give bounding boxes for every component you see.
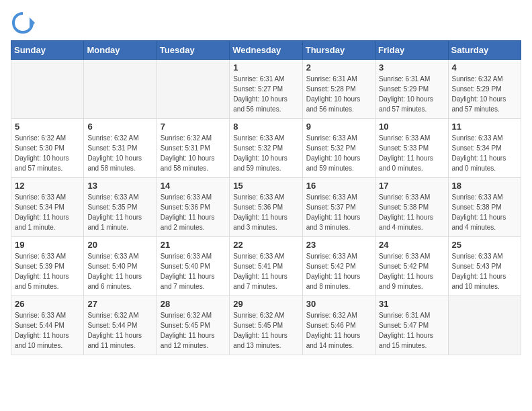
calendar-cell: 18Sunrise: 6:33 AM Sunset: 5:38 PM Dayli…	[448, 178, 521, 237]
day-info: Sunrise: 6:31 AM Sunset: 5:47 PM Dayligh…	[379, 310, 444, 351]
calendar-cell: 2Sunrise: 6:31 AM Sunset: 5:28 PM Daylig…	[302, 60, 375, 119]
calendar-cell: 19Sunrise: 6:33 AM Sunset: 5:39 PM Dayli…	[11, 237, 84, 296]
calendar-cell: 6Sunrise: 6:32 AM Sunset: 5:31 PM Daylig…	[84, 119, 157, 178]
day-number: 25	[452, 240, 517, 250]
day-info: Sunrise: 6:33 AM Sunset: 5:43 PM Dayligh…	[452, 251, 517, 291]
day-info: Sunrise: 6:31 AM Sunset: 5:27 PM Dayligh…	[233, 74, 298, 114]
day-number: 22	[233, 240, 298, 250]
day-info: Sunrise: 6:31 AM Sunset: 5:29 PM Dayligh…	[379, 74, 444, 114]
logo	[11, 11, 38, 35]
day-info: Sunrise: 6:32 AM Sunset: 5:44 PM Dayligh…	[87, 310, 152, 351]
calendar-week-1: 1Sunrise: 6:31 AM Sunset: 5:27 PM Daylig…	[11, 60, 521, 119]
day-info: Sunrise: 6:33 AM Sunset: 5:34 PM Dayligh…	[452, 133, 517, 173]
calendar-cell: 16Sunrise: 6:33 AM Sunset: 5:37 PM Dayli…	[302, 178, 375, 237]
day-info: Sunrise: 6:33 AM Sunset: 5:44 PM Dayligh…	[15, 310, 80, 351]
calendar-cell: 23Sunrise: 6:33 AM Sunset: 5:42 PM Dayli…	[302, 237, 375, 296]
day-number: 8	[233, 122, 298, 132]
header-wednesday: Wednesday	[230, 41, 302, 60]
day-info: Sunrise: 6:32 AM Sunset: 5:30 PM Dayligh…	[15, 133, 80, 173]
day-number: 5	[15, 122, 80, 132]
day-number: 24	[379, 240, 444, 250]
calendar-cell	[157, 60, 229, 119]
header-friday: Friday	[375, 41, 448, 60]
day-number: 30	[306, 299, 371, 309]
day-info: Sunrise: 6:33 AM Sunset: 5:38 PM Dayligh…	[452, 192, 517, 232]
calendar-cell: 10Sunrise: 6:33 AM Sunset: 5:33 PM Dayli…	[375, 119, 448, 178]
calendar-cell: 15Sunrise: 6:33 AM Sunset: 5:36 PM Dayli…	[230, 178, 302, 237]
day-number: 6	[87, 122, 152, 132]
calendar-cell: 29Sunrise: 6:32 AM Sunset: 5:45 PM Dayli…	[230, 296, 302, 355]
day-info: Sunrise: 6:33 AM Sunset: 5:37 PM Dayligh…	[306, 192, 371, 232]
day-number: 11	[452, 122, 517, 132]
day-number: 29	[233, 299, 298, 309]
day-number: 28	[161, 299, 226, 309]
day-number: 18	[452, 181, 517, 191]
day-info: Sunrise: 6:33 AM Sunset: 5:36 PM Dayligh…	[233, 192, 298, 232]
header-saturday: Saturday	[448, 41, 521, 60]
logo-icon	[11, 11, 35, 35]
day-number: 26	[15, 299, 80, 309]
calendar-cell: 3Sunrise: 6:31 AM Sunset: 5:29 PM Daylig…	[375, 60, 448, 119]
day-info: Sunrise: 6:33 AM Sunset: 5:42 PM Dayligh…	[379, 251, 444, 291]
day-info: Sunrise: 6:33 AM Sunset: 5:32 PM Dayligh…	[233, 133, 298, 173]
calendar-cell: 20Sunrise: 6:33 AM Sunset: 5:40 PM Dayli…	[84, 237, 157, 296]
day-number: 17	[379, 181, 444, 191]
day-info: Sunrise: 6:33 AM Sunset: 5:40 PM Dayligh…	[161, 251, 226, 291]
day-number: 23	[306, 240, 371, 250]
day-info: Sunrise: 6:32 AM Sunset: 5:29 PM Dayligh…	[452, 74, 517, 114]
header-monday: Monday	[84, 41, 157, 60]
calendar-cell: 25Sunrise: 6:33 AM Sunset: 5:43 PM Dayli…	[448, 237, 521, 296]
calendar-cell: 24Sunrise: 6:33 AM Sunset: 5:42 PM Dayli…	[375, 237, 448, 296]
page-header	[11, 11, 521, 35]
day-number: 19	[15, 240, 80, 250]
day-number: 13	[87, 181, 152, 191]
day-number: 14	[161, 181, 226, 191]
calendar-cell: 28Sunrise: 6:32 AM Sunset: 5:45 PM Dayli…	[157, 296, 229, 355]
calendar-week-4: 19Sunrise: 6:33 AM Sunset: 5:39 PM Dayli…	[11, 237, 521, 296]
calendar-cell: 11Sunrise: 6:33 AM Sunset: 5:34 PM Dayli…	[448, 119, 521, 178]
day-info: Sunrise: 6:33 AM Sunset: 5:38 PM Dayligh…	[379, 192, 444, 232]
calendar-cell: 14Sunrise: 6:33 AM Sunset: 5:36 PM Dayli…	[157, 178, 229, 237]
calendar-cell: 17Sunrise: 6:33 AM Sunset: 5:38 PM Dayli…	[375, 178, 448, 237]
day-info: Sunrise: 6:33 AM Sunset: 5:33 PM Dayligh…	[379, 133, 444, 173]
day-number: 21	[161, 240, 226, 250]
header-thursday: Thursday	[302, 41, 375, 60]
day-info: Sunrise: 6:33 AM Sunset: 5:40 PM Dayligh…	[87, 251, 152, 291]
day-info: Sunrise: 6:32 AM Sunset: 5:31 PM Dayligh…	[87, 133, 152, 173]
calendar-cell: 31Sunrise: 6:31 AM Sunset: 5:47 PM Dayli…	[375, 296, 448, 355]
day-number: 31	[379, 299, 444, 309]
day-number: 1	[233, 62, 298, 73]
header-sunday: Sunday	[11, 41, 84, 60]
day-info: Sunrise: 6:33 AM Sunset: 5:36 PM Dayligh…	[161, 192, 226, 232]
day-info: Sunrise: 6:33 AM Sunset: 5:34 PM Dayligh…	[15, 192, 80, 232]
calendar-cell: 30Sunrise: 6:32 AM Sunset: 5:46 PM Dayli…	[302, 296, 375, 355]
calendar-cell	[84, 60, 157, 119]
day-number: 7	[161, 122, 226, 132]
calendar-header-row: SundayMondayTuesdayWednesdayThursdayFrid…	[11, 41, 521, 60]
day-number: 4	[452, 62, 517, 73]
day-info: Sunrise: 6:33 AM Sunset: 5:41 PM Dayligh…	[233, 251, 298, 291]
calendar-week-5: 26Sunrise: 6:33 AM Sunset: 5:44 PM Dayli…	[11, 296, 521, 355]
day-info: Sunrise: 6:33 AM Sunset: 5:35 PM Dayligh…	[87, 192, 152, 232]
calendar-cell: 13Sunrise: 6:33 AM Sunset: 5:35 PM Dayli…	[84, 178, 157, 237]
day-info: Sunrise: 6:33 AM Sunset: 5:42 PM Dayligh…	[306, 251, 371, 291]
day-number: 15	[233, 181, 298, 191]
day-number: 10	[379, 122, 444, 132]
calendar-cell: 22Sunrise: 6:33 AM Sunset: 5:41 PM Dayli…	[230, 237, 302, 296]
calendar-cell: 1Sunrise: 6:31 AM Sunset: 5:27 PM Daylig…	[230, 60, 302, 119]
calendar-week-2: 5Sunrise: 6:32 AM Sunset: 5:30 PM Daylig…	[11, 119, 521, 178]
calendar-table: SundayMondayTuesdayWednesdayThursdayFrid…	[11, 40, 521, 355]
calendar-cell: 12Sunrise: 6:33 AM Sunset: 5:34 PM Dayli…	[11, 178, 84, 237]
day-info: Sunrise: 6:33 AM Sunset: 5:39 PM Dayligh…	[15, 251, 80, 291]
calendar-week-3: 12Sunrise: 6:33 AM Sunset: 5:34 PM Dayli…	[11, 178, 521, 237]
calendar-cell: 7Sunrise: 6:32 AM Sunset: 5:31 PM Daylig…	[157, 119, 229, 178]
day-info: Sunrise: 6:32 AM Sunset: 5:46 PM Dayligh…	[306, 310, 371, 351]
calendar-cell: 5Sunrise: 6:32 AM Sunset: 5:30 PM Daylig…	[11, 119, 84, 178]
day-number: 9	[306, 122, 371, 132]
day-info: Sunrise: 6:33 AM Sunset: 5:32 PM Dayligh…	[306, 133, 371, 173]
calendar-cell: 8Sunrise: 6:33 AM Sunset: 5:32 PM Daylig…	[230, 119, 302, 178]
day-info: Sunrise: 6:32 AM Sunset: 5:45 PM Dayligh…	[233, 310, 298, 351]
day-number: 16	[306, 181, 371, 191]
day-number: 2	[306, 62, 371, 73]
day-number: 20	[87, 240, 152, 250]
